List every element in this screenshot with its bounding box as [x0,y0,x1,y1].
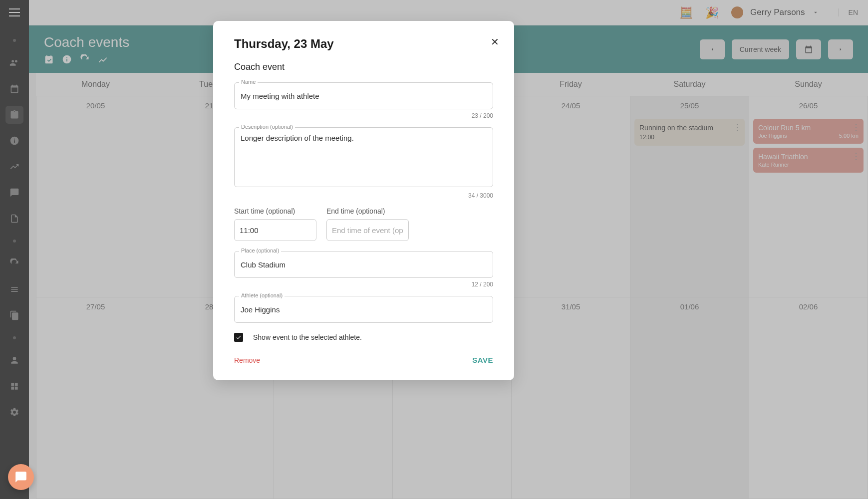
close-button[interactable]: ✕ [491,36,499,48]
modal-subtitle: Coach event [234,62,493,72]
start-time-label: Start time (optional) [234,207,316,215]
end-time-label: End time (optional) [326,207,409,215]
description-input[interactable] [234,127,493,187]
save-button[interactable]: SAVE [472,356,493,364]
place-counter: 12 / 200 [234,281,493,288]
modal-date-title: Thursday, 23 May [234,37,493,51]
start-time-input[interactable] [234,219,316,241]
name-label: Name [239,79,258,85]
description-counter: 34 / 3000 [234,192,493,199]
athlete-input[interactable] [234,296,493,323]
remove-button[interactable]: Remove [234,356,260,364]
athlete-label: Athlete (optional) [239,292,285,298]
name-input[interactable] [234,82,493,109]
show-athlete-label: Show event to the selected athlete. [253,333,362,341]
place-input[interactable] [234,251,493,278]
event-modal: ✕ Thursday, 23 May Coach event Name 23 /… [213,21,514,380]
show-athlete-checkbox[interactable] [234,333,243,342]
end-time-input[interactable] [326,219,409,241]
name-counter: 23 / 200 [234,112,493,119]
description-label: Description (optional) [239,124,295,130]
chat-fab[interactable] [8,464,34,490]
place-label: Place (optional) [239,248,281,253]
